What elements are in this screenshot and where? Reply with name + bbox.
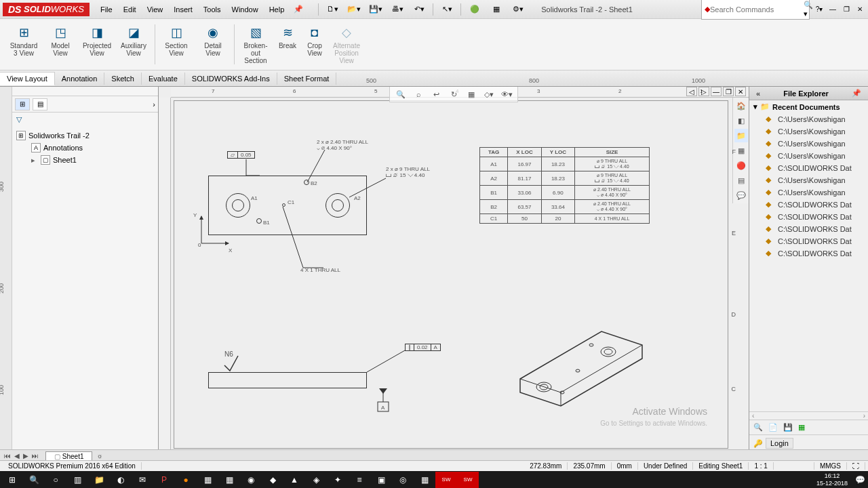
parallelism-tol[interactable]: ∥0.02A <box>405 344 441 351</box>
hole-table[interactable]: TAGX LOCY LOCSIZE A116.9718.23⌀ 9 THRU A… <box>479 147 650 224</box>
fe-item[interactable]: ◆C:\SOLIDWORKS Dat <box>749 211 868 223</box>
ft-tab-tree[interactable]: ⊞ <box>15 98 30 110</box>
tree-root[interactable]: ⊞ Solidworks Trail -2 <box>16 129 154 142</box>
ribbon-projected-view[interactable]: ◨Projected View <box>79 22 115 67</box>
tb-app6-icon[interactable]: ◈ <box>305 472 327 488</box>
tb-notifications-icon[interactable]: 💬 <box>853 472 867 488</box>
tp-appearance-icon[interactable]: 🔴 <box>734 159 748 172</box>
rotate-icon[interactable]: ↻ <box>447 88 460 100</box>
open-button[interactable]: 📂▾ <box>344 3 363 16</box>
sheet-add-button[interactable]: ☼ <box>92 452 106 460</box>
sheet-last-icon[interactable]: ⏭ <box>31 452 40 460</box>
save-button[interactable]: 💾▾ <box>366 3 385 16</box>
tb-app4-icon[interactable]: ◆ <box>262 472 283 488</box>
sheet-next-icon[interactable]: ▶ <box>22 452 30 460</box>
tp-view-palette-icon[interactable]: ▦ <box>734 144 748 157</box>
fe-collapse-icon[interactable]: « <box>753 89 763 98</box>
fe-recent-section[interactable]: ▾ 📁 Recent Documents <box>749 100 868 113</box>
ribbon-broken-out[interactable]: ▧Broken-out Section <box>237 22 274 67</box>
ft-expand-icon[interactable]: › <box>153 100 155 108</box>
ft-tab-props[interactable]: ▤ <box>33 98 47 110</box>
tree-annotations[interactable]: A Annotations <box>16 142 154 154</box>
isometric-view[interactable] <box>513 298 649 406</box>
tb-app7-icon[interactable]: ✦ <box>327 472 349 488</box>
ribbon-break[interactable]: ≋Break <box>274 22 301 67</box>
fe-tool4-icon[interactable]: ▦ <box>798 423 805 432</box>
doc-restore-button[interactable]: ❐ <box>723 87 734 96</box>
tp-file-explorer-icon[interactable]: 📁 <box>734 129 748 142</box>
fe-tool1-icon[interactable]: 🔍 <box>753 423 763 432</box>
hide-show-icon[interactable]: ◇▾ <box>482 88 496 100</box>
tb-explorer-icon[interactable]: 📁 <box>88 472 110 488</box>
fe-tool3-icon[interactable]: 💾 <box>783 423 793 432</box>
tb-app2-icon[interactable]: P <box>153 472 175 488</box>
sheet-tab-sheet1[interactable]: ▢ Sheet1 <box>45 451 92 461</box>
tree-sheet1[interactable]: ▸ ▢ Sheet1 <box>16 154 154 166</box>
prev-view-icon[interactable]: ↩ <box>429 88 443 100</box>
view-settings-icon[interactable]: 👁▾ <box>500 88 513 100</box>
fe-pin-icon[interactable]: 📌 <box>849 89 864 98</box>
menu-window[interactable]: Window <box>226 3 264 16</box>
fe-item[interactable]: ◆C:\Users\Kowshigan <box>749 150 868 162</box>
sheet-prev-icon[interactable]: ◀ <box>13 452 21 460</box>
status-scale[interactable]: 1 : 1 <box>749 462 773 470</box>
doc-min-button[interactable]: ◁ <box>686 87 697 96</box>
filter-icon[interactable]: ▽ <box>12 113 158 127</box>
search-commands[interactable]: ◆ 🔍▾ <box>701 0 810 20</box>
tb-app1-icon[interactable]: ◐ <box>110 472 132 488</box>
status-units[interactable]: MMGS <box>814 462 847 470</box>
front-view[interactable] <box>208 372 367 388</box>
drawing-sheet[interactable]: A1 A2 B1 B2 C1 X Y 0 ▱0.05 <box>174 100 728 449</box>
drawing-canvas[interactable]: ◁ ▷ — ❐ ✕ 🔍 ⌕ ↩ ↻ ▦ ◇▾ 👁▾ 7 6 5 4 3 2 1 … <box>159 87 749 451</box>
ribbon-crop-view[interactable]: ◘Crop View <box>301 22 328 67</box>
fe-item[interactable]: ◆C:\SOLIDWORKS Dat <box>749 199 868 211</box>
fe-hscroll[interactable]: ‹› <box>749 411 868 420</box>
minimize-button[interactable]: — <box>827 5 838 14</box>
ribbon-detail-view[interactable]: ◉Detail View <box>195 22 231 67</box>
search-input[interactable] <box>710 5 804 14</box>
hole-callout-cbore[interactable]: 2 x ⌀ 9 THRU ALL ⌴ ⌀ 15 ⌵ 4.40 <box>386 166 430 178</box>
fe-item[interactable]: ◆C:\Users\Kowshigan <box>749 138 868 150</box>
ribbon-section-view[interactable]: ◫Section View <box>158 22 195 67</box>
menu-edit[interactable]: Edit <box>118 3 142 16</box>
dbview-button[interactable]: ▦ <box>487 3 506 16</box>
start-button[interactable]: ⊞ <box>1 472 23 488</box>
fe-item[interactable]: ◆C:\Users\Kowshigan <box>749 174 868 186</box>
restore-button[interactable]: ❐ <box>841 5 852 14</box>
zoom-fit-icon[interactable]: 🔍 <box>394 88 408 100</box>
tb-app10-icon[interactable]: ◎ <box>392 472 414 488</box>
menu-help[interactable]: Help <box>264 3 290 16</box>
tp-home-icon[interactable]: 🏠 <box>734 99 748 113</box>
sheet-first-icon[interactable]: ⏮ <box>3 452 12 460</box>
display-style-icon[interactable]: ▦ <box>465 88 478 100</box>
flatness-tol[interactable]: ▱0.05 <box>227 151 255 159</box>
tb-app8-icon[interactable]: ≡ <box>349 472 370 488</box>
print-button[interactable]: 🖶▾ <box>388 3 407 16</box>
undo-button[interactable]: ↶▾ <box>410 3 429 16</box>
tb-clock[interactable]: 16:1215-12-2018 <box>811 472 853 487</box>
tp-forum-icon[interactable]: 💬 <box>734 188 748 202</box>
tab-annotation[interactable]: Annotation <box>55 73 105 85</box>
fe-item[interactable]: ◆C:\Users\Kowshigan <box>749 186 868 199</box>
fe-tool2-icon[interactable]: 📄 <box>768 423 778 432</box>
tb-app5-icon[interactable]: ▲ <box>283 472 305 488</box>
tb-sw2-icon[interactable]: SW <box>457 472 479 488</box>
menu-insert[interactable]: Insert <box>168 3 198 16</box>
menu-view[interactable]: View <box>142 3 169 16</box>
tb-chrome-icon[interactable]: ◉ <box>240 472 262 488</box>
new-button[interactable]: 🗋▾ <box>323 3 342 16</box>
ribbon-standard-3view[interactable]: ⊞Standard 3 View <box>5 22 42 67</box>
expand-icon[interactable]: ▸ <box>31 156 38 165</box>
tb-app3-icon[interactable]: ▦ <box>197 472 218 488</box>
tb-app11-icon[interactable]: ▦ <box>414 472 435 488</box>
tab-sketch[interactable]: Sketch <box>104 73 142 85</box>
pin-icon[interactable]: 📌 <box>294 5 303 14</box>
doc-min2-button[interactable]: — <box>711 87 722 96</box>
tp-design-lib-icon[interactable]: ◧ <box>734 114 748 127</box>
datum-a[interactable] <box>376 388 390 415</box>
tp-properties-icon[interactable]: ▤ <box>734 174 748 187</box>
close-button[interactable]: ✕ <box>854 5 865 14</box>
fe-item[interactable]: ◆C:\SOLIDWORKS Dat <box>749 223 868 235</box>
tb-calc-icon[interactable]: ▦ <box>218 472 240 488</box>
rebuild-button[interactable]: 🟢 <box>465 3 484 16</box>
